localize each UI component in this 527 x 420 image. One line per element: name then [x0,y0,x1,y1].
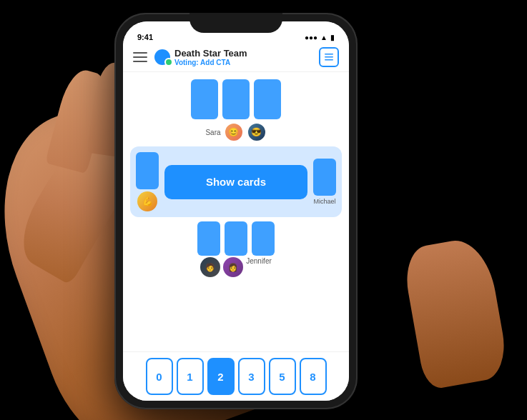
card-slot [222,79,250,119]
vote-card-8[interactable]: 8 [300,358,327,395]
phone-notch [189,13,282,33]
vote-card-2[interactable]: 2 [207,358,235,395]
app-header: Death Star Team Voting: Add CTA [123,43,349,72]
status-icons: ●●● ▲ ▮ [305,34,335,41]
michael-section: Michael [313,159,336,205]
wifi-icon: ▲ [320,34,327,41]
show-cards-button[interactable]: Show cards [164,165,307,199]
sara-avatars: Sara 😊 😎 [205,122,266,142]
sara-avatar2: 😎 [247,122,267,142]
phone-screen: 9:41 ●●● ▲ ▮ [123,21,349,401]
jennifer-avatar: 🧑 [200,257,220,277]
svg-rect-2 [325,59,333,61]
header-title-area: Death Star Team Voting: Add CTA [154,48,319,67]
svg-rect-1 [325,56,333,58]
card-slot [197,221,220,256]
subtitle-action: Add CTA [200,59,230,66]
app-logo [154,49,170,65]
jennifer-avatar2: 👩 [223,257,243,277]
voting-options: 0 1 2 3 5 8 [123,351,349,401]
jennifer-name: Jennifer [246,257,272,277]
menu-button[interactable] [133,52,147,62]
sara-section: Sara 😊 😎 [191,79,281,142]
list-icon [324,52,334,62]
signal-icon: ●●● [305,34,317,41]
card-slot [225,221,247,256]
main-content: Sara 😊 😎 💪 Show cards [123,72,349,351]
header-text: Death Star Team Voting: Add CTA [174,48,247,67]
team-name: Death Star Team [174,48,247,59]
vote-card-1[interactable]: 1 [177,358,204,395]
left-side-card [136,152,159,189]
status-time: 9:41 [137,33,153,41]
card-slot [252,221,275,256]
svg-rect-0 [325,54,333,55]
vote-card-3[interactable]: 3 [238,358,265,395]
michael-card [313,159,336,196]
jennifer-cards [197,221,275,256]
sara-name: Sara [205,129,220,136]
card-slot [254,79,281,119]
jennifer-section: 🧑 👩 Jennifer [197,221,275,277]
vote-card-5[interactable]: 5 [269,358,296,395]
header-subtitle: Voting: Add CTA [174,59,247,66]
michael-name: Michael [313,198,335,205]
card-slot [191,79,218,119]
left-avatar: 💪 [137,191,157,211]
scene: 9:41 ●●● ▲ ▮ [0,0,527,420]
phone-outer: 9:41 ●●● ▲ ▮ [114,13,358,409]
phone: 9:41 ●●● ▲ ▮ [114,13,358,409]
header-action-button[interactable] [319,47,339,67]
sara-cards [191,79,281,119]
jennifer-avatars: 🧑 👩 Jennifer [200,257,272,277]
sara-avatar: 😊 [224,122,244,142]
left-user-section: 💪 [136,152,159,211]
subtitle-prefix: Voting: [174,59,200,66]
battery-icon: ▮ [330,34,335,41]
vote-card-0[interactable]: 0 [146,358,173,395]
reveal-area: 💪 Show cards Michael [130,146,342,217]
